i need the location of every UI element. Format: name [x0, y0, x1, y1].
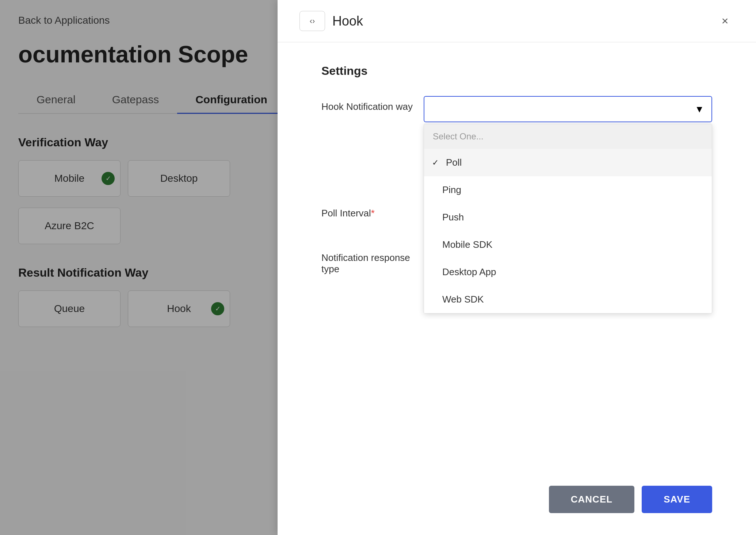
- dropdown-item-mobile-sdk-label: Mobile SDK: [442, 239, 492, 250]
- dropdown-item-poll[interactable]: ✓ Poll: [424, 149, 712, 176]
- hook-notification-label: Hook Notification way: [321, 96, 424, 112]
- dropdown-item-desktop-app[interactable]: Desktop App: [424, 258, 712, 286]
- cancel-button[interactable]: CANCEL: [549, 486, 634, 513]
- dropdown-item-push-label: Push: [442, 212, 464, 223]
- side-panel: ‹› Hook × Settings Hook Notification way…: [278, 0, 756, 535]
- panel-header: ‹› Hook ×: [278, 0, 756, 42]
- panel-title: Hook: [332, 14, 363, 29]
- panel-footer: CANCEL SAVE: [278, 475, 756, 535]
- dropdown-placeholder: Select One...: [424, 124, 712, 149]
- code-icon-box: ‹›: [299, 11, 325, 31]
- dropdown-item-web-sdk-label: Web SDK: [442, 294, 484, 305]
- required-asterisk: *: [371, 208, 375, 219]
- panel-body: Settings Hook Notification way ▼ Select …: [278, 42, 756, 475]
- dropdown-item-push[interactable]: Push: [424, 204, 712, 231]
- hook-notification-dropdown-menu: Select One... ✓ Poll Ping Push Mobile SD…: [424, 124, 712, 313]
- dropdown-item-desktop-app-label: Desktop App: [442, 266, 496, 278]
- hook-notification-control: ▼ Select One... ✓ Poll Ping Push: [424, 96, 712, 122]
- panel-title-group: ‹› Hook: [299, 11, 363, 31]
- close-button[interactable]: ×: [716, 12, 734, 30]
- dropdown-item-ping[interactable]: Ping: [424, 176, 712, 204]
- dropdown-item-web-sdk[interactable]: Web SDK: [424, 286, 712, 313]
- dropdown-chevron-icon: ▼: [695, 104, 704, 115]
- settings-heading: Settings: [321, 64, 712, 78]
- close-icon: ×: [722, 14, 729, 28]
- notification-response-type-label: Notification response type: [321, 247, 424, 275]
- dropdown-item-mobile-sdk[interactable]: Mobile SDK: [424, 231, 712, 258]
- poll-interval-label: Poll Interval*: [321, 203, 424, 219]
- save-button[interactable]: SAVE: [642, 486, 712, 513]
- hook-notification-dropdown-trigger[interactable]: ▼: [424, 96, 712, 122]
- hook-notification-row: Hook Notification way ▼ Select One... ✓ …: [321, 96, 712, 122]
- dropdown-item-ping-label: Ping: [442, 184, 461, 196]
- check-mark-icon: ✓: [432, 158, 439, 168]
- code-icon: ‹›: [310, 16, 315, 26]
- dropdown-item-poll-label: Poll: [446, 157, 462, 168]
